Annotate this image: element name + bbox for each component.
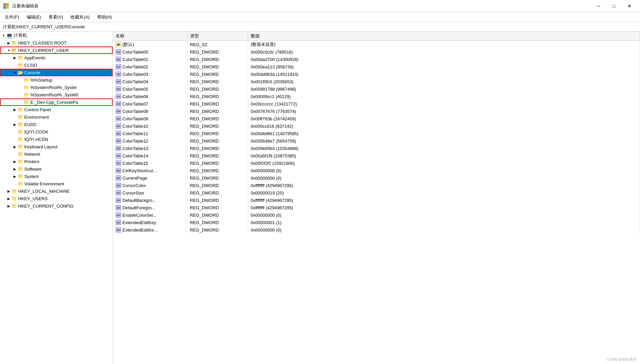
reg-entry-type: REG_DWORD — [187, 219, 248, 226]
expand-arrow-printers: ▶ — [12, 160, 18, 163]
table-row[interactable]: 310ColorTable09REG_DWORD0x00ff783b (1674… — [113, 115, 640, 122]
type-icon: 310 — [116, 212, 121, 218]
table-row[interactable]: 310DefaultBackgro...REG_DWORD0xffffffff … — [113, 196, 640, 204]
table-row[interactable]: 310ColorTable13REG_DWORD0x009e00b4 (1035… — [113, 145, 640, 152]
table-row[interactable]: 310ColorTable10REG_DWORD0x000cc616 (8371… — [113, 122, 640, 130]
table-row[interactable]: 310ExtendedEditKeyREG_DWORD0x00000001 (1… — [113, 219, 640, 226]
reg-entry-name: ColorTable06 — [122, 94, 148, 99]
folder-icon-eudc: 📁 — [18, 122, 23, 127]
folder-icon-e-dev-cpp: 📁 — [24, 99, 29, 105]
table-row[interactable]: 310ColorTable14REG_DWORD0x00a5f1f9 (1087… — [113, 152, 640, 159]
content-panel[interactable]: 名称 类型 数据 ab(默认)REG_SZ(数值未设置)310ColorTabl… — [113, 32, 640, 364]
reg-entry-name: ExtendedEditKey — [122, 220, 156, 225]
table-row[interactable]: 310CursorSizeREG_DWORD0x00000019 (25) — [113, 189, 640, 196]
table-row[interactable]: 310EnableColorSel...REG_DWORD0x00000000 … — [113, 211, 640, 219]
tree-item-e-dev-cpp[interactable]: ▶ 📁 E:_Dev-Cpp_ConsolePa — [0, 98, 113, 106]
tree-item-hkey-current-config[interactable]: ▶ 📁 HKEY_CURRENT_CONFIG — [0, 202, 113, 210]
tree-item-hkey-classes-root[interactable]: ▶ 📁 HKEY_CLASSES ROOT — [0, 39, 113, 47]
reg-entry-name: ColorTable04 — [122, 79, 148, 84]
label-current-user: HKEY_CURRENT_USER — [18, 48, 69, 53]
reg-entry-name: (默认) — [122, 41, 134, 48]
menu-item-a[interactable]: 收藏夹(A) — [67, 13, 93, 22]
table-row[interactable]: 310ColorTable04REG_DWORD0x001f0fc5 (2035… — [113, 78, 640, 85]
type-icon: 310 — [116, 227, 121, 233]
minimize-button[interactable]: ─ — [591, 0, 606, 12]
folder-icon-printers: 📁 — [18, 159, 23, 164]
table-row[interactable]: 310CursorColorREG_DWORD0xffffffff (42949… — [113, 182, 640, 189]
reg-entry-data: 0x00000001 (1) — [248, 219, 640, 226]
tree-item-sysroot-syste[interactable]: ▶ 📁 %SystemRoot%_Syster — [0, 84, 113, 91]
tree-item-printers[interactable]: ▶ 📁 Printers — [0, 158, 113, 165]
table-row[interactable]: ab(默认)REG_SZ(数值未设置) — [113, 41, 640, 49]
tree-item-appevents[interactable]: ▶ 📁 AppEvents — [0, 54, 113, 61]
tree-item-eudc[interactable]: ▶ 📁 EUDC — [0, 121, 113, 128]
reg-entry-data: (数值未设置) — [248, 41, 640, 49]
reg-entry-name: ColorTable07 — [122, 101, 148, 107]
type-icon: 310 — [116, 101, 121, 107]
menu-item-v[interactable]: 查看(V) — [45, 13, 66, 22]
table-row[interactable]: 310ColorTable11REG_DWORD0x00d6d661 (1407… — [113, 130, 640, 137]
folder-icon-current-config: 📁 — [11, 203, 17, 209]
expand-arrow-software: ▶ — [12, 167, 18, 171]
folder-icon-console: 📂 — [18, 70, 23, 75]
tree-item-hkey-current-user[interactable]: ▾ 📂 HKEY_CURRENT_USER — [0, 47, 113, 54]
folder-icon-software: 📁 — [18, 166, 23, 172]
table-row[interactable]: 310CtrlKeyShortcut...REG_DWORD0x00000000… — [113, 167, 640, 174]
tree-item-keyboard-layout[interactable]: ▶ 📁 Keyboard Layout — [0, 143, 113, 150]
tree-item-hkey-users[interactable]: ▶ 📁 HKEY_USERS — [0, 195, 113, 202]
maximize-button[interactable]: □ — [606, 0, 622, 12]
expand-arrow-console: ▾ — [12, 71, 18, 74]
reg-entry-type: REG_DWORD — [187, 108, 248, 115]
tree-item-environment[interactable]: ▶ 📁 Environment — [0, 113, 113, 121]
tree-panel[interactable]: ▾ 💻 计算机 ▶ 📁 HKEY_CLASSES ROOT ▾ 📂 HKEY_C… — [0, 32, 113, 364]
tree-item-software[interactable]: ▶ 📁 Software — [0, 165, 113, 173]
type-icon: 310 — [116, 109, 121, 114]
reg-entry-type: REG_DWORD — [187, 78, 248, 85]
label-current-config: HKEY_CURRENT_CONFIG — [18, 204, 74, 209]
table-row[interactable]: 310ColorTable05REG_DWORD0x00981788 (9967… — [113, 85, 640, 93]
tree-item-clsid[interactable]: ▶ 📁 CLSID — [0, 61, 113, 69]
table-row[interactable]: 310ColorTable06REG_DWORD0x00009cc1 (4012… — [113, 93, 640, 100]
col-header-name: 名称 — [113, 32, 187, 41]
tree-item-volatile-env[interactable]: ▶ 📁 Volatile Environment — [0, 180, 113, 187]
table-row[interactable]: 310ColorTable00REG_DWORD0x000c0c0c (7895… — [113, 48, 640, 56]
label-keyboard-layout: Keyboard Layout — [24, 144, 57, 149]
label-system: System — [24, 174, 39, 179]
tree-item-sysroot-syswo[interactable]: ▶ 📁 %SystemRoot%_SysW0 — [0, 91, 113, 98]
table-row[interactable]: 310CurrentPageREG_DWORD0x00000000 (0) — [113, 174, 640, 182]
close-button[interactable]: ✕ — [622, 0, 637, 12]
folder-icon-startup: 📁 — [24, 77, 29, 83]
table-row[interactable]: 310ColorTable07REG_DWORD0x00cccccc (1342… — [113, 100, 640, 108]
menu-item-h[interactable]: 帮助(H) — [94, 13, 115, 22]
reg-entry-name: CtrlKeyShortcut... — [122, 168, 157, 173]
label-software: Software — [24, 166, 41, 172]
menu-item-e[interactable]: 编辑(E) — [23, 13, 45, 22]
reg-entry-data: 0x00a5f1f9 (10875385) — [248, 152, 640, 159]
tree-root-computer[interactable]: ▾ 💻 计算机 — [0, 32, 113, 39]
menu-item-f[interactable]: 文件(F) — [1, 13, 23, 22]
tree-item-control-panel[interactable]: ▶ 📁 Control Panel — [0, 106, 113, 113]
reg-entry-data: 0x00f2f2f2 (15921906) — [248, 159, 640, 167]
table-row[interactable]: 310ColorTable02REG_DWORD0x000ea113 (9587… — [113, 63, 640, 70]
table-row[interactable]: 310ColorTable12REG_DWORD0x005648e7 (5654… — [113, 137, 640, 145]
reg-entry-type: REG_DWORD — [187, 145, 248, 152]
table-row[interactable]: 310ExtendedEditKe...REG_DWORD0x00000000 … — [113, 226, 640, 234]
tree-item-iqiyi-cook[interactable]: ▶ 📁 IQIYI.COOK — [0, 128, 113, 135]
type-icon: 310 — [116, 183, 121, 188]
table-row[interactable]: 310DefaultForegro...REG_DWORD0xffffffff … — [113, 204, 640, 211]
reg-entry-type: REG_DWORD — [187, 122, 248, 130]
table-row[interactable]: 310ColorTable03REG_DWORD0x00dd963a (1452… — [113, 70, 640, 78]
tree-item-hkey-local-machine[interactable]: ▶ 📁 HKEY_LOCAL_MACHINE — [0, 187, 113, 195]
tree-item-iqiyi-hcdn[interactable]: ▶ 📁 IQIYI.HCDN — [0, 135, 113, 143]
label-users: HKEY_USERS — [18, 196, 48, 201]
tree-item-startup[interactable]: ▶ 📁 %%Startup — [0, 76, 113, 84]
table-row[interactable]: 310ColorTable08REG_DWORD0x00767676 (7763… — [113, 108, 640, 115]
tree-item-network[interactable]: ▶ 📁 Network — [0, 150, 113, 158]
type-icon: 310 — [116, 57, 121, 62]
table-row[interactable]: 310ColorTable15REG_DWORD0x00f2f2f2 (1592… — [113, 159, 640, 167]
tree-item-console[interactable]: ▾ 📂 Console — [0, 69, 113, 76]
table-row[interactable]: 310ColorTable01REG_DWORD0x00da3700 (1430… — [113, 56, 640, 63]
tree-item-system[interactable]: ▶ 📁 System — [0, 173, 113, 180]
label-sysroot-syswo: %SystemRoot%_SysW0 — [30, 92, 78, 97]
folder-icon-current-user: 📂 — [11, 48, 17, 53]
